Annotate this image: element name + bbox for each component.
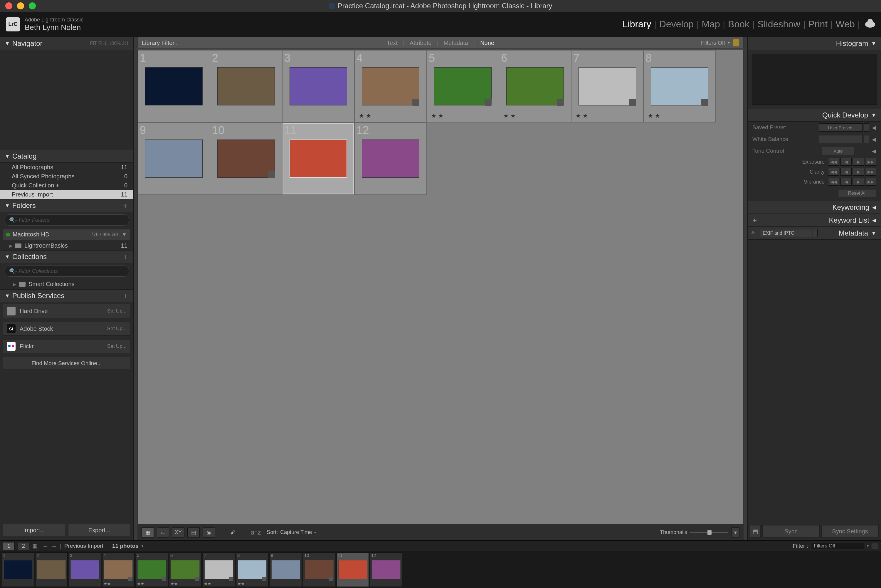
metadata-header[interactable]: 👁 EXIF and IPTC Metadata ▼ <box>748 227 881 240</box>
grid-icon[interactable]: ▦ <box>32 543 39 549</box>
filmstrip-thumbnail[interactable] <box>171 560 200 579</box>
histogram-chart[interactable] <box>752 54 877 105</box>
collection-row[interactable]: ▶ Smart Collections <box>0 279 133 289</box>
metadata-badge-icon[interactable] <box>268 171 275 178</box>
thumbnail-image[interactable] <box>289 67 347 105</box>
folder-search-input[interactable]: 🔍▾ Filter Folders <box>4 214 129 226</box>
screen-2-button[interactable]: 2 <box>18 542 29 550</box>
filmstrip-cell[interactable]: 9 <box>270 552 302 587</box>
filmstrip-thumbnail[interactable] <box>305 560 334 579</box>
catalog-item-quick-collection[interactable]: Quick Collection +0 <box>0 181 133 190</box>
metadata-badge-icon[interactable] <box>195 577 199 581</box>
folders-header[interactable]: ▼ Folders +. <box>0 199 133 212</box>
sync-toggle-button[interactable]: ⬒ <box>750 525 761 537</box>
auto-tone-button[interactable]: Auto <box>822 147 854 155</box>
navigator-zoom-labels[interactable]: FIT FILL 100% 2:1 <box>90 41 129 46</box>
decrease-large-button[interactable]: ◀◀ <box>828 168 839 176</box>
cloud-sync-icon[interactable] <box>865 21 875 28</box>
painter-tool-icon[interactable]: 🖌 <box>227 528 239 537</box>
filmstrip-cell[interactable]: 6★★ <box>169 552 201 587</box>
nav-forward-icon[interactable]: → <box>51 543 57 549</box>
module-develop[interactable]: Develop <box>659 19 694 30</box>
histogram-header[interactable]: Histogram ▼ <box>748 37 881 50</box>
increase-large-button[interactable]: ▶▶ <box>865 158 876 166</box>
thumbnail-image[interactable] <box>578 67 636 105</box>
filmstrip-cell[interactable]: 4★★ <box>102 552 135 587</box>
compare-view-button[interactable]: XY <box>172 528 184 537</box>
identity-plate[interactable]: LrC Adobe Lightroom Classic Beth Lynn No… <box>6 17 83 32</box>
toolbar-menu-button[interactable]: ▾ <box>731 528 739 537</box>
metadata-badge-icon[interactable] <box>701 99 708 106</box>
publish-setup[interactable]: Set Up... <box>107 308 127 314</box>
increase-large-button[interactable]: ▶▶ <box>865 168 876 176</box>
survey-view-button[interactable]: ▤ <box>187 528 200 537</box>
minimize-window-button[interactable] <box>17 2 24 9</box>
thumbnail-image[interactable] <box>506 67 564 105</box>
thumbnail-image[interactable] <box>289 140 347 178</box>
module-library[interactable]: Library <box>623 19 651 30</box>
decrease-large-button[interactable]: ◀◀ <box>828 178 839 186</box>
module-web[interactable]: Web <box>836 19 855 30</box>
thumbnail-size-slider[interactable] <box>690 532 728 533</box>
sort-direction-icon[interactable]: a↑z <box>251 529 261 536</box>
filmstrip-thumbnail[interactable] <box>104 560 133 579</box>
module-map[interactable]: Map <box>702 19 720 30</box>
publish-header[interactable]: ▼ Publish Services +. <box>0 289 133 302</box>
filmstrip-cell[interactable]: 7★★ <box>202 552 235 587</box>
metadata-badge-icon[interactable] <box>629 99 636 106</box>
dropdown-arrow-icon[interactable] <box>864 123 869 132</box>
filmstrip-cell[interactable]: 8★★ <box>236 552 268 587</box>
nav-back-icon[interactable]: ← <box>42 543 48 549</box>
grid-cell[interactable]: 8★ ★ <box>643 50 716 123</box>
grid-cell[interactable]: 4★ ★ <box>354 50 427 123</box>
grid-cell[interactable]: 1 <box>138 50 210 123</box>
thumbnail-image[interactable] <box>217 67 275 105</box>
collapse-arrow-icon[interactable]: ◀ <box>872 136 876 143</box>
filmstrip-cell[interactable]: 11 <box>337 552 369 587</box>
filmstrip-filter-dropdown[interactable]: Filters Off <box>811 542 864 550</box>
import-button[interactable]: Import... <box>3 524 65 536</box>
filmstrip-thumbnail[interactable] <box>271 560 300 579</box>
grid-cell[interactable]: 5★ ★ <box>427 50 499 123</box>
increase-large-button[interactable]: ▶▶ <box>865 178 876 186</box>
grid-cell[interactable]: 7★ ★ <box>571 50 643 123</box>
grid-view-button[interactable]: ▦ <box>142 528 154 537</box>
filmstrip-thumbnail[interactable] <box>372 560 400 579</box>
metadata-badge-icon[interactable] <box>262 577 266 581</box>
filter-lock-icon[interactable] <box>872 543 878 549</box>
navigator-header[interactable]: ▼ Navigator FIT FILL 100% 2:1 <box>0 37 133 50</box>
publish-flickr[interactable]: Flickr Set Up... <box>3 339 130 353</box>
grid-cell[interactable]: 2 <box>210 50 282 123</box>
decrease-button[interactable]: ◀ <box>841 168 852 176</box>
sync-settings-button[interactable]: Sync Settings <box>821 525 879 537</box>
module-book[interactable]: Book <box>728 19 749 30</box>
grid-cell[interactable]: 10 <box>210 123 282 195</box>
increase-button[interactable]: ▶ <box>853 158 864 166</box>
filmstrip-thumbnail[interactable] <box>3 560 32 579</box>
collapse-arrow-icon[interactable]: ◀ <box>872 148 876 154</box>
rating-stars[interactable]: ★ ★ <box>359 112 371 119</box>
module-print[interactable]: Print <box>808 19 827 30</box>
grid-cell[interactable]: 3 <box>282 50 354 123</box>
publish-hard-drive[interactable]: Hard Drive Set Up... <box>3 304 130 318</box>
sync-button[interactable]: Sync <box>763 525 820 537</box>
maximize-window-button[interactable] <box>29 2 36 9</box>
keyword-list-header[interactable]: + Keyword List ◀ <box>748 214 881 227</box>
filmstrip-row[interactable]: 1234★★5★★6★★7★★8★★9101112 <box>0 551 881 588</box>
filter-lock-icon[interactable] <box>733 39 739 46</box>
metadata-badge-icon[interactable] <box>162 577 166 581</box>
filmstrip-cell[interactable]: 2 <box>35 552 67 587</box>
grid-cell[interactable]: 6★ ★ <box>499 50 571 123</box>
filters-off-dropdown[interactable]: Filters Off <box>701 40 725 46</box>
filmstrip-cell[interactable]: 3 <box>69 552 101 587</box>
filmstrip-cell[interactable]: 5★★ <box>136 552 168 587</box>
eye-icon[interactable]: 👁 <box>751 230 757 236</box>
grid-cell[interactable]: 11 <box>282 123 354 195</box>
people-view-button[interactable]: ◉ <box>202 528 215 537</box>
catalog-header[interactable]: ▼ Catalog <box>0 150 133 163</box>
metadata-badge-icon[interactable] <box>128 577 132 581</box>
catalog-item-all-photos[interactable]: All Photographs11 <box>0 163 133 172</box>
rating-stars[interactable]: ★★ <box>171 582 178 586</box>
navigator-preview[interactable] <box>0 50 133 150</box>
add-folder-button[interactable]: +. <box>123 201 129 210</box>
